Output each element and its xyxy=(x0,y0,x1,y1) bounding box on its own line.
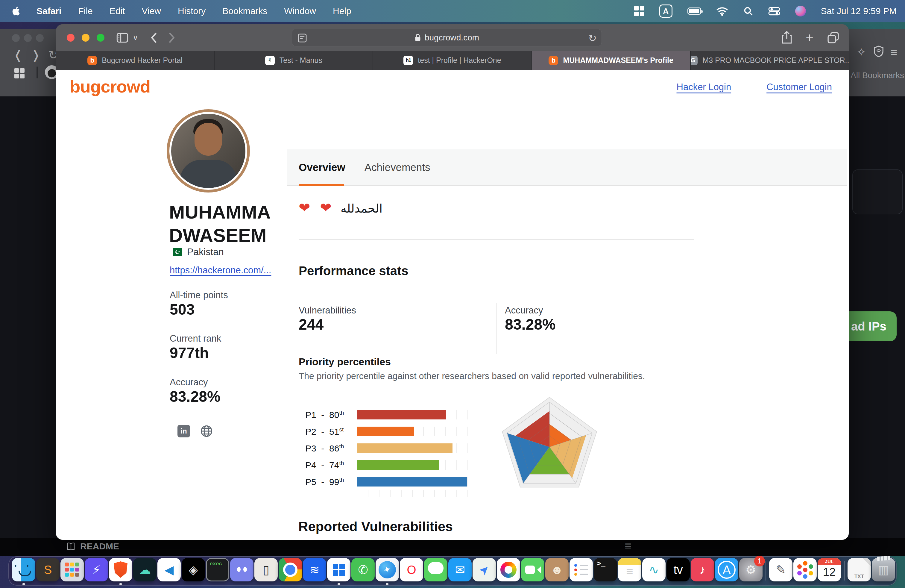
page-layout-icon[interactable] xyxy=(297,33,307,45)
bg-grid-icon[interactable] xyxy=(14,68,25,78)
bg-sparkle-icon[interactable]: ✧ xyxy=(856,46,866,59)
dock-item-discord[interactable] xyxy=(230,557,254,585)
close-window-button[interactable] xyxy=(67,34,75,41)
battery-icon[interactable] xyxy=(687,8,701,15)
dock-item-txt-document[interactable]: TXT xyxy=(848,557,871,585)
maps-icon[interactable]: ➤ xyxy=(473,558,496,582)
window-tiling-icon[interactable] xyxy=(634,6,644,16)
tab-achievements[interactable]: Achievements xyxy=(365,161,430,173)
dock-item-facetime[interactable] xyxy=(521,557,545,585)
dock-item-opera[interactable]: O xyxy=(400,557,423,585)
browser-tab-2[interactable]: h1test | Profile | HackerOne xyxy=(373,51,532,70)
messages-icon[interactable] xyxy=(424,558,448,582)
menu-item-edit[interactable]: Edit xyxy=(110,6,125,16)
dock-item-freeform[interactable]: ∿ xyxy=(642,557,665,585)
dock-item-sublime-text[interactable]: S xyxy=(36,557,60,585)
browser-tab-4[interactable]: GM3 PRO MACBOOK PRICE APPLE STOR... xyxy=(691,51,849,70)
safari-icon[interactable]: ✦ xyxy=(376,558,399,582)
whatsapp-icon[interactable]: ✆ xyxy=(351,558,375,582)
exec-terminal-icon[interactable]: exec xyxy=(206,558,229,582)
browser-tab-0[interactable]: bBugcrowd Hacker Portal xyxy=(56,51,214,70)
vscode-icon[interactable]: ◀ xyxy=(157,558,181,582)
photos-icon[interactable] xyxy=(497,558,520,582)
bg-menu-icon[interactable]: ≡ xyxy=(891,46,897,59)
sidebar-icon[interactable] xyxy=(116,33,129,43)
dock-item-color-dots-app[interactable] xyxy=(793,557,817,585)
dock-item-whatsapp[interactable]: ✆ xyxy=(351,557,375,585)
bugcrowd-logo[interactable]: bugcrowd xyxy=(70,76,150,96)
notes-icon[interactable]: ≡ xyxy=(618,558,641,582)
dock-item-parallels-windows[interactable] xyxy=(327,557,351,585)
menu-item-history[interactable]: History xyxy=(178,6,206,16)
chrome-icon[interactable] xyxy=(279,558,302,582)
bg-forward-icon[interactable]: ❭ xyxy=(31,49,41,62)
dock-item-contacts[interactable]: ☻ xyxy=(545,557,568,585)
dock-item-launchpad[interactable] xyxy=(60,557,84,585)
brave-icon[interactable] xyxy=(109,558,132,582)
back-button[interactable] xyxy=(150,32,157,43)
control-center-icon[interactable] xyxy=(768,7,780,16)
unity-icon[interactable]: ◈ xyxy=(182,558,205,582)
menu-item-help[interactable]: Help xyxy=(333,6,351,16)
system-settings-icon[interactable]: ⚙1 xyxy=(739,558,762,582)
contacts-icon[interactable]: ☻ xyxy=(545,558,568,582)
spotlight-search-icon[interactable] xyxy=(743,6,753,16)
color-dots-app-icon[interactable] xyxy=(793,558,817,582)
all-bookmarks-label[interactable]: All Bookmarks xyxy=(851,71,904,80)
dock-item-raycast[interactable]: ⚡ xyxy=(85,557,108,585)
dock-item-calendar[interactable]: JUL12 xyxy=(818,557,841,585)
notion-icon[interactable]: ▯ xyxy=(254,558,278,582)
apple-menu-icon[interactable] xyxy=(12,6,21,16)
bg-back-icon[interactable]: ❬ xyxy=(13,49,23,62)
dock-item-terminal[interactable]: >_ xyxy=(594,557,617,585)
hacker-login-link[interactable]: Hacker Login xyxy=(676,82,732,92)
minimize-window-button[interactable] xyxy=(82,34,89,41)
dock-item-notion[interactable]: ▯ xyxy=(254,557,278,585)
freeform-icon[interactable]: ∿ xyxy=(642,558,665,582)
wifi-icon[interactable] xyxy=(716,6,728,16)
parallels-windows-icon[interactable] xyxy=(327,558,351,582)
profile-website-link[interactable]: https://hackerone.com/... xyxy=(170,265,271,276)
dock-item-manus[interactable]: ☁ xyxy=(133,557,157,585)
docker-icon[interactable]: ≋ xyxy=(303,558,326,582)
dock-item-exec-terminal[interactable]: exec xyxy=(206,557,229,585)
dock-item-music[interactable]: ♪ xyxy=(691,557,714,585)
dock-item-textedit[interactable]: ✎ xyxy=(769,557,792,585)
share-icon[interactable] xyxy=(782,31,792,44)
dock-item-chrome[interactable] xyxy=(279,557,302,585)
dock-item-notes[interactable]: ≡ xyxy=(618,557,641,585)
calendar-icon[interactable]: JUL12 xyxy=(818,558,841,582)
dock-item-system-settings[interactable]: ⚙1 xyxy=(739,557,762,585)
tab-overview-icon[interactable] xyxy=(827,32,839,44)
browser-tab-1[interactable]: ✌Test - Manus xyxy=(214,51,373,70)
dock-item-unity[interactable]: ◈ xyxy=(182,557,205,585)
siri-icon[interactable] xyxy=(795,6,806,16)
keyboard-layout-icon[interactable]: A xyxy=(659,5,672,17)
menu-item-bookmarks[interactable]: Bookmarks xyxy=(222,6,267,16)
readme-section[interactable]: README xyxy=(67,541,119,551)
txt-document-icon[interactable]: TXT xyxy=(848,558,871,582)
dock-item-vscode[interactable]: ◀ xyxy=(157,557,181,585)
discord-icon[interactable] xyxy=(230,558,254,582)
dock-item-mail[interactable]: ✉ xyxy=(448,557,472,585)
dock-item-app-store[interactable]: A xyxy=(715,557,738,585)
sidebar-chevron-icon[interactable]: ∨ xyxy=(133,33,138,42)
forward-button[interactable] xyxy=(169,32,175,43)
terminal-icon[interactable]: >_ xyxy=(594,558,617,582)
bg-shield-icon[interactable] xyxy=(873,46,884,57)
dock-item-reminders[interactable] xyxy=(570,557,593,585)
opera-icon[interactable]: O xyxy=(400,558,423,582)
new-tab-icon[interactable]: + xyxy=(806,30,813,45)
tab-overview[interactable]: Overview xyxy=(298,161,345,173)
dock-item-apple-tv[interactable]: tv xyxy=(667,557,690,585)
dock-item-safari[interactable]: ✦ xyxy=(376,557,399,585)
menu-item-safari[interactable]: Safari xyxy=(37,6,61,16)
dock-item-finder[interactable]: • • xyxy=(12,557,35,585)
dock-item-brave[interactable] xyxy=(109,557,132,585)
launchpad-icon[interactable] xyxy=(60,558,84,582)
trash-icon[interactable]: ▥ xyxy=(872,558,895,582)
menu-item-file[interactable]: File xyxy=(78,6,92,16)
raycast-icon[interactable]: ⚡ xyxy=(85,558,108,582)
textedit-icon[interactable]: ✎ xyxy=(769,558,792,582)
menu-item-window[interactable]: Window xyxy=(284,6,316,16)
